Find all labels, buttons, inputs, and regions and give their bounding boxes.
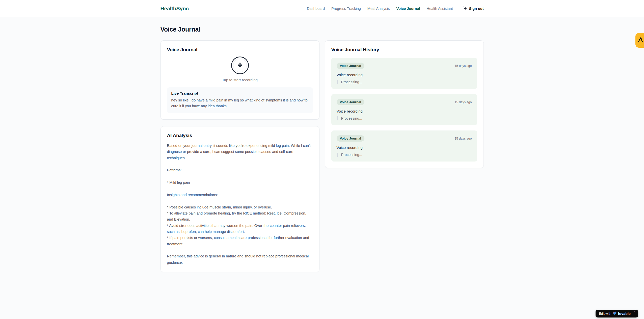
lovable-corner-badge[interactable] (635, 33, 644, 48)
entry-status: Processing... (337, 80, 472, 84)
voice-journal-history-card: Voice Journal History Voice Journal 15 d… (325, 40, 484, 168)
entry-timestamp: 15 days ago (454, 137, 472, 140)
entry-type-badge: Voice Journal (337, 63, 364, 69)
right-column: Voice Journal History Voice Journal 15 d… (325, 40, 484, 168)
history-entry-header: Voice Journal 15 days ago (337, 99, 472, 105)
lovable-badge-brand: lovable (618, 312, 631, 316)
lovable-logo-icon (637, 37, 643, 44)
sign-out-button[interactable]: Sign out (463, 6, 484, 11)
ai-analysis-body: Based on your journal entry, it sounds l… (167, 143, 313, 265)
top-navbar: HealthSync Dashboard Progress Tracking M… (0, 0, 644, 17)
sign-out-label: Sign out (469, 7, 484, 11)
ai-analysis-title: AI Analysis (167, 133, 313, 138)
nav-item-voice-journal[interactable]: Voice Journal (396, 7, 420, 11)
entry-title: Voice recording (337, 109, 472, 113)
live-transcript-box: Live Transcript hey so like I do have a … (167, 87, 313, 113)
entry-type-badge: Voice Journal (337, 135, 364, 142)
history-entry[interactable]: Voice Journal 15 days ago Voice recordin… (331, 58, 477, 89)
microphone-icon (237, 62, 243, 69)
voice-journal-page: { "brand": "HealthSync", "nav": { "items… (0, 0, 644, 319)
left-column: Voice Journal Tap to start recording (160, 40, 319, 272)
heart-icon (613, 311, 616, 316)
entry-status: Processing... (337, 116, 472, 120)
history-entry-header: Voice Journal 15 days ago (337, 135, 472, 142)
entry-title: Voice recording (337, 73, 472, 77)
brand-logo[interactable]: HealthSync (160, 6, 189, 12)
sign-out-icon (463, 6, 467, 11)
history-entry[interactable]: Voice Journal 15 days ago Voice recordin… (331, 94, 477, 125)
content-grid: Voice Journal Tap to start recording (160, 40, 484, 272)
live-transcript-title: Live Transcript (171, 91, 309, 95)
nav-item-health-assistant[interactable]: Health Assistant (427, 7, 453, 11)
mic-area: Tap to start recording (167, 57, 313, 82)
entry-status: Processing... (337, 153, 472, 157)
entry-type-badge: Voice Journal (337, 99, 364, 105)
main-nav: Dashboard Progress Tracking Meal Analysi… (307, 6, 484, 11)
record-button[interactable] (231, 57, 249, 74)
history-card-title: Voice Journal History (331, 47, 477, 52)
nav-item-dashboard[interactable]: Dashboard (307, 7, 325, 11)
live-transcript-text: hey so like I do have a mild pain in my … (171, 97, 309, 109)
nav-item-progress-tracking[interactable]: Progress Tracking (331, 7, 361, 11)
main-content: Voice Journal Voice Journal (160, 17, 484, 272)
history-entry-header: Voice Journal 15 days ago (337, 63, 472, 69)
lovable-badge-close-icon[interactable]: × (634, 310, 635, 313)
ai-analysis-card: AI Analysis Based on your journal entry,… (160, 126, 319, 272)
lovable-badge-prefix: Edit with (599, 312, 611, 315)
nav-item-meal-analysis[interactable]: Meal Analysis (367, 7, 390, 11)
entry-timestamp: 15 days ago (454, 64, 472, 68)
edit-with-lovable-badge[interactable]: Edit with lovable × (596, 310, 638, 317)
entry-title: Voice recording (337, 145, 472, 150)
history-entry[interactable]: Voice Journal 15 days ago Voice recordin… (331, 130, 477, 162)
history-list: Voice Journal 15 days ago Voice recordin… (331, 58, 477, 162)
tap-to-record-label: Tap to start recording (222, 78, 258, 82)
page-title: Voice Journal (160, 17, 484, 40)
entry-timestamp: 15 days ago (454, 100, 472, 104)
navbar-inner: HealthSync Dashboard Progress Tracking M… (160, 0, 484, 17)
voice-recorder-card: Voice Journal Tap to start recording (160, 40, 319, 120)
recorder-card-title: Voice Journal (167, 47, 313, 52)
